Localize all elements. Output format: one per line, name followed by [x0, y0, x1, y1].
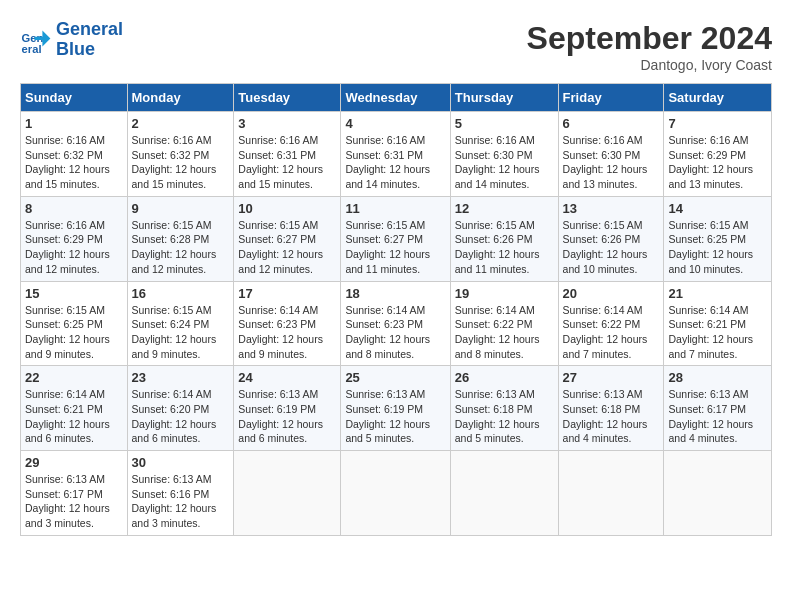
- day-number: 11: [345, 201, 445, 216]
- day-number: 16: [132, 286, 230, 301]
- day-info: Sunrise: 6:16 AM Sunset: 6:31 PM Dayligh…: [238, 133, 336, 192]
- day-number: 7: [668, 116, 767, 131]
- logo-icon: Gen eral: [20, 24, 52, 56]
- calendar-day-cell: 21 Sunrise: 6:14 AM Sunset: 6:21 PM Dayl…: [664, 281, 772, 366]
- calendar-day-cell: 5 Sunrise: 6:16 AM Sunset: 6:30 PM Dayli…: [450, 112, 558, 197]
- title-block: September 2024 Dantogo, Ivory Coast: [527, 20, 772, 73]
- day-number: 21: [668, 286, 767, 301]
- day-info: Sunrise: 6:13 AM Sunset: 6:18 PM Dayligh…: [563, 387, 660, 446]
- day-number: 24: [238, 370, 336, 385]
- logo: Gen eral General Blue: [20, 20, 123, 60]
- calendar-week-row: 22 Sunrise: 6:14 AM Sunset: 6:21 PM Dayl…: [21, 366, 772, 451]
- weekday-header: Thursday: [450, 84, 558, 112]
- day-number: 6: [563, 116, 660, 131]
- day-number: 1: [25, 116, 123, 131]
- month-title: September 2024: [527, 20, 772, 57]
- calendar-day-cell: 3 Sunrise: 6:16 AM Sunset: 6:31 PM Dayli…: [234, 112, 341, 197]
- empty-cell: [450, 451, 558, 536]
- weekday-header: Wednesday: [341, 84, 450, 112]
- day-info: Sunrise: 6:16 AM Sunset: 6:32 PM Dayligh…: [132, 133, 230, 192]
- calendar-day-cell: 28 Sunrise: 6:13 AM Sunset: 6:17 PM Dayl…: [664, 366, 772, 451]
- day-number: 19: [455, 286, 554, 301]
- calendar-day-cell: 1 Sunrise: 6:16 AM Sunset: 6:32 PM Dayli…: [21, 112, 128, 197]
- calendar-day-cell: 15 Sunrise: 6:15 AM Sunset: 6:25 PM Dayl…: [21, 281, 128, 366]
- day-number: 27: [563, 370, 660, 385]
- empty-cell: [664, 451, 772, 536]
- calendar-day-cell: 25 Sunrise: 6:13 AM Sunset: 6:19 PM Dayl…: [341, 366, 450, 451]
- calendar-day-cell: 19 Sunrise: 6:14 AM Sunset: 6:22 PM Dayl…: [450, 281, 558, 366]
- calendar-day-cell: 16 Sunrise: 6:15 AM Sunset: 6:24 PM Dayl…: [127, 281, 234, 366]
- day-number: 17: [238, 286, 336, 301]
- day-number: 8: [25, 201, 123, 216]
- day-info: Sunrise: 6:15 AM Sunset: 6:26 PM Dayligh…: [455, 218, 554, 277]
- weekday-header: Tuesday: [234, 84, 341, 112]
- day-number: 23: [132, 370, 230, 385]
- day-info: Sunrise: 6:13 AM Sunset: 6:19 PM Dayligh…: [345, 387, 445, 446]
- calendar-day-cell: 26 Sunrise: 6:13 AM Sunset: 6:18 PM Dayl…: [450, 366, 558, 451]
- calendar-day-cell: 29 Sunrise: 6:13 AM Sunset: 6:17 PM Dayl…: [21, 451, 128, 536]
- day-number: 13: [563, 201, 660, 216]
- empty-cell: [234, 451, 341, 536]
- day-info: Sunrise: 6:16 AM Sunset: 6:30 PM Dayligh…: [563, 133, 660, 192]
- day-info: Sunrise: 6:14 AM Sunset: 6:23 PM Dayligh…: [345, 303, 445, 362]
- calendar-day-cell: 6 Sunrise: 6:16 AM Sunset: 6:30 PM Dayli…: [558, 112, 664, 197]
- day-info: Sunrise: 6:16 AM Sunset: 6:29 PM Dayligh…: [25, 218, 123, 277]
- day-info: Sunrise: 6:14 AM Sunset: 6:21 PM Dayligh…: [25, 387, 123, 446]
- weekday-header: Saturday: [664, 84, 772, 112]
- svg-text:eral: eral: [22, 43, 42, 55]
- empty-cell: [558, 451, 664, 536]
- calendar-week-row: 8 Sunrise: 6:16 AM Sunset: 6:29 PM Dayli…: [21, 196, 772, 281]
- day-info: Sunrise: 6:14 AM Sunset: 6:21 PM Dayligh…: [668, 303, 767, 362]
- calendar-day-cell: 13 Sunrise: 6:15 AM Sunset: 6:26 PM Dayl…: [558, 196, 664, 281]
- calendar-day-cell: 17 Sunrise: 6:14 AM Sunset: 6:23 PM Dayl…: [234, 281, 341, 366]
- calendar-day-cell: 11 Sunrise: 6:15 AM Sunset: 6:27 PM Dayl…: [341, 196, 450, 281]
- day-number: 26: [455, 370, 554, 385]
- day-info: Sunrise: 6:13 AM Sunset: 6:17 PM Dayligh…: [668, 387, 767, 446]
- day-number: 25: [345, 370, 445, 385]
- day-number: 2: [132, 116, 230, 131]
- day-info: Sunrise: 6:14 AM Sunset: 6:22 PM Dayligh…: [455, 303, 554, 362]
- calendar-day-cell: 12 Sunrise: 6:15 AM Sunset: 6:26 PM Dayl…: [450, 196, 558, 281]
- day-number: 22: [25, 370, 123, 385]
- day-number: 29: [25, 455, 123, 470]
- day-number: 20: [563, 286, 660, 301]
- day-info: Sunrise: 6:16 AM Sunset: 6:31 PM Dayligh…: [345, 133, 445, 192]
- calendar-table: SundayMondayTuesdayWednesdayThursdayFrid…: [20, 83, 772, 536]
- calendar-week-row: 1 Sunrise: 6:16 AM Sunset: 6:32 PM Dayli…: [21, 112, 772, 197]
- day-info: Sunrise: 6:14 AM Sunset: 6:23 PM Dayligh…: [238, 303, 336, 362]
- day-info: Sunrise: 6:16 AM Sunset: 6:30 PM Dayligh…: [455, 133, 554, 192]
- location-subtitle: Dantogo, Ivory Coast: [527, 57, 772, 73]
- day-number: 3: [238, 116, 336, 131]
- calendar-day-cell: 4 Sunrise: 6:16 AM Sunset: 6:31 PM Dayli…: [341, 112, 450, 197]
- day-info: Sunrise: 6:15 AM Sunset: 6:25 PM Dayligh…: [668, 218, 767, 277]
- day-info: Sunrise: 6:13 AM Sunset: 6:16 PM Dayligh…: [132, 472, 230, 531]
- day-number: 12: [455, 201, 554, 216]
- calendar-day-cell: 7 Sunrise: 6:16 AM Sunset: 6:29 PM Dayli…: [664, 112, 772, 197]
- day-number: 28: [668, 370, 767, 385]
- day-info: Sunrise: 6:16 AM Sunset: 6:32 PM Dayligh…: [25, 133, 123, 192]
- day-info: Sunrise: 6:13 AM Sunset: 6:17 PM Dayligh…: [25, 472, 123, 531]
- day-info: Sunrise: 6:14 AM Sunset: 6:22 PM Dayligh…: [563, 303, 660, 362]
- day-info: Sunrise: 6:15 AM Sunset: 6:27 PM Dayligh…: [238, 218, 336, 277]
- weekday-header: Friday: [558, 84, 664, 112]
- calendar-day-cell: 22 Sunrise: 6:14 AM Sunset: 6:21 PM Dayl…: [21, 366, 128, 451]
- calendar-week-row: 15 Sunrise: 6:15 AM Sunset: 6:25 PM Dayl…: [21, 281, 772, 366]
- day-info: Sunrise: 6:15 AM Sunset: 6:28 PM Dayligh…: [132, 218, 230, 277]
- day-number: 5: [455, 116, 554, 131]
- day-info: Sunrise: 6:13 AM Sunset: 6:18 PM Dayligh…: [455, 387, 554, 446]
- calendar-day-cell: 14 Sunrise: 6:15 AM Sunset: 6:25 PM Dayl…: [664, 196, 772, 281]
- weekday-header: Sunday: [21, 84, 128, 112]
- day-number: 10: [238, 201, 336, 216]
- empty-cell: [341, 451, 450, 536]
- page-header: Gen eral General Blue September 2024 Dan…: [20, 20, 772, 73]
- day-info: Sunrise: 6:15 AM Sunset: 6:24 PM Dayligh…: [132, 303, 230, 362]
- day-info: Sunrise: 6:16 AM Sunset: 6:29 PM Dayligh…: [668, 133, 767, 192]
- day-info: Sunrise: 6:14 AM Sunset: 6:20 PM Dayligh…: [132, 387, 230, 446]
- calendar-day-cell: 20 Sunrise: 6:14 AM Sunset: 6:22 PM Dayl…: [558, 281, 664, 366]
- calendar-header: SundayMondayTuesdayWednesdayThursdayFrid…: [21, 84, 772, 112]
- day-number: 18: [345, 286, 445, 301]
- day-number: 9: [132, 201, 230, 216]
- calendar-day-cell: 8 Sunrise: 6:16 AM Sunset: 6:29 PM Dayli…: [21, 196, 128, 281]
- day-number: 15: [25, 286, 123, 301]
- day-info: Sunrise: 6:15 AM Sunset: 6:26 PM Dayligh…: [563, 218, 660, 277]
